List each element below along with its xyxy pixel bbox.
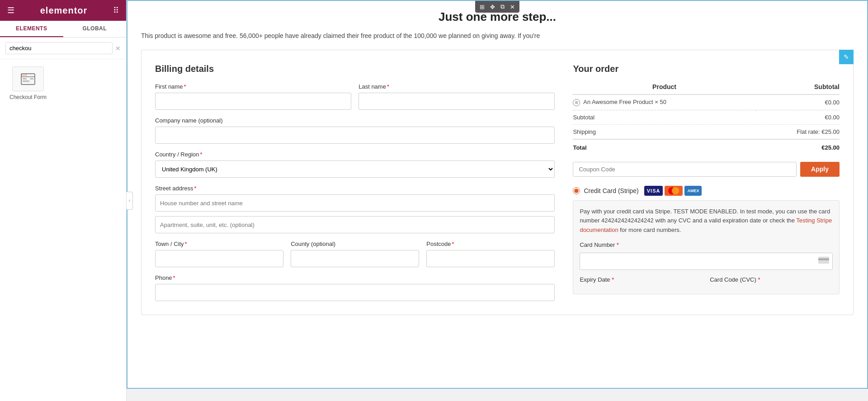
card-number-field: Card Number * [580,241,833,270]
page-description: This product is awesome and free. 56,000… [141,31,854,41]
expiry-cvc-row: Expiry Date * Card Code (CVC) * [580,275,833,288]
collapse-handle[interactable]: ‹ [127,192,133,210]
sidebar-search-wrap: ✕ [0,38,126,59]
svg-rect-2 [23,78,27,79]
city-field: Town / City* [155,241,283,267]
checkout-grid: ✎ Billing details First name* [141,50,854,315]
company-input[interactable] [155,127,555,144]
county-field: County (optional) [291,241,419,267]
product-name-cell: ⊗ An Awesome Free Product × 50 [573,94,755,110]
coupon-row: Apply [573,162,840,177]
canvas-inner: ⊞ ✥ ⧉ ✕ Just one more step... This produ… [127,0,868,389]
subtotal-row: Subtotal €0.00 [573,110,840,124]
first-name-input[interactable] [155,93,351,110]
widget-move-btn[interactable]: ✥ [488,3,497,11]
tab-global[interactable]: GLOBAL [63,21,127,37]
widget-handle-btn[interactable]: ⊞ [478,3,486,11]
city-row: Town / City* County (optional) Postcode* [155,241,555,267]
cvc-field: Card Code (CVC) * [710,275,833,288]
total-value-cell: €25.00 [756,139,840,155]
card-number-input[interactable] [580,253,833,270]
grid-icon[interactable]: ⠿ [113,5,119,15]
last-name-input[interactable] [359,93,555,110]
postcode-input[interactable] [426,250,555,267]
postcode-label: Postcode* [426,241,555,247]
city-input[interactable] [155,250,283,267]
total-label-cell: Total [573,139,755,155]
street-input[interactable] [155,194,555,212]
widget-icon-box [12,66,44,91]
subtotal-label-cell: Subtotal [573,110,755,124]
coupon-input[interactable] [573,162,797,177]
tab-elements[interactable]: ELEMENTS [0,21,63,37]
widget-area: Checkout Form [0,59,126,108]
widget-duplicate-btn[interactable]: ⧉ [499,2,506,11]
apt-field [155,216,555,233]
checkout-form-widget[interactable]: Checkout Form [5,66,51,100]
last-name-label: Last name* [359,83,555,90]
sidebar-header: ☰ elementor ⠿ [0,0,126,21]
widget-label: Checkout Form [9,94,47,100]
edit-corner-btn[interactable]: ✎ [839,50,854,64]
postcode-field: Postcode* [426,241,555,267]
payment-method-label: Credit Card (Stripe) [584,187,638,194]
billing-title: Billing details [155,64,555,74]
shipping-label-cell: Shipping [573,124,755,139]
street-label: Street address* [155,185,555,192]
payment-radio[interactable] [573,187,580,194]
country-field: Country / Region* United Kingdom (UK) [155,151,555,178]
svg-point-9 [672,187,679,194]
mastercard-badge [665,186,683,196]
mastercard-icon [667,187,680,195]
checkout-form-icon [20,71,36,87]
card-number-icon [818,255,829,268]
county-label: County (optional) [291,241,419,247]
phone-label: Phone* [155,274,555,281]
last-name-field: Last name* [359,83,555,110]
widget-toolbar: ⊞ ✥ ⧉ ✕ [475,1,519,13]
coupon-apply-btn[interactable]: Apply [800,162,840,177]
first-name-label: First name* [155,83,351,90]
menu-icon[interactable]: ☰ [7,5,14,15]
product-price-cell: €0.00 [756,94,840,110]
subtotal-col-header: Subtotal [756,83,840,94]
company-field: Company name (optional) [155,117,555,144]
product-col-header: Product [573,83,755,94]
clear-search-icon[interactable]: ✕ [115,45,121,52]
billing-section: Billing details First name* Last name* [155,64,555,301]
svg-rect-3 [23,80,29,82]
expiry-field: Expiry Date * [580,275,703,288]
payment-info-box: Pay with your credit card via Stripe. TE… [573,200,840,294]
street-field: Street address* [155,185,555,212]
phone-field: Phone* [155,274,555,301]
amex-badge: AMEX [684,186,702,196]
name-row: First name* Last name* [155,83,555,110]
page-content: Just one more step... This product is aw… [127,1,867,329]
phone-input[interactable] [155,284,555,301]
country-select[interactable]: United Kingdom (UK) [155,160,555,178]
country-label: Country / Region* [155,151,555,158]
shipping-value-cell: Flat rate: €25.00 [756,124,840,139]
total-row: Total €25.00 [573,139,840,155]
card-number-input-wrap [580,253,833,270]
cvc-label: Card Code (CVC) * [710,275,833,285]
payment-option: Credit Card (Stripe) VISA AMEX [573,186,840,196]
table-row: ⊗ An Awesome Free Product × 50 €0.00 [573,94,840,110]
shipping-row: Shipping Flat rate: €25.00 [573,124,840,139]
county-input[interactable] [291,250,419,267]
product-icon: ⊗ [573,99,580,106]
apt-input[interactable] [155,216,555,233]
visa-card-badge: VISA [644,186,663,196]
svg-rect-4 [30,78,34,79]
sidebar-tabs: ELEMENTS GLOBAL [0,21,126,38]
widget-close-btn[interactable]: ✕ [508,3,517,11]
subtotal-value-cell: €0.00 [756,110,840,124]
city-label: Town / City* [155,241,283,247]
expiry-label: Expiry Date * [580,275,703,285]
order-section: Your order Product Subtotal ⊗ [573,64,840,301]
order-table: Product Subtotal ⊗ An Awesome Free Produ… [573,83,840,155]
first-name-field: First name* [155,83,351,110]
sidebar-logo: elementor [40,5,88,16]
search-input[interactable] [5,42,113,54]
svg-rect-11 [818,258,829,260]
